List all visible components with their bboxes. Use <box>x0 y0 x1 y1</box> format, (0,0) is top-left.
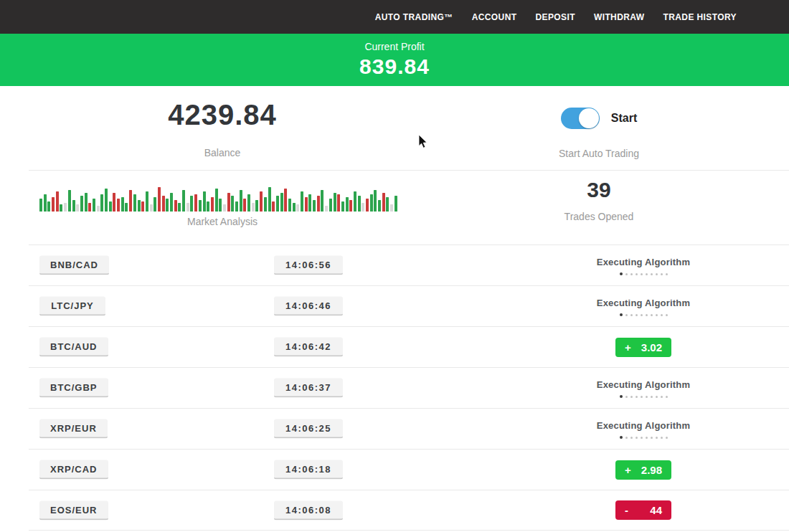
result-badge: + 2.98 <box>615 460 671 480</box>
market-bar <box>203 191 206 212</box>
progress-dot <box>651 396 653 398</box>
executing-label: Executing Algorithm <box>597 379 690 390</box>
progress-dot <box>646 314 648 316</box>
market-bar <box>293 203 296 212</box>
market-bar <box>138 200 141 212</box>
progress-dot <box>630 314 633 316</box>
progress-dot <box>641 273 643 275</box>
progress-dot <box>620 395 623 398</box>
progress-dot <box>666 437 668 439</box>
progress-dot <box>641 396 643 398</box>
market-bar <box>231 196 234 212</box>
pair-badge: BTC/AUD <box>39 338 108 357</box>
market-bar <box>146 191 148 212</box>
trade-status-cell: - 44 <box>561 490 726 530</box>
market-bar <box>243 199 246 212</box>
market-bar <box>346 197 349 212</box>
market-bar <box>129 190 132 212</box>
market-analysis-label: Market Analysis <box>39 216 405 227</box>
nav-item-deposit[interactable]: DEPOSIT <box>535 12 575 22</box>
progress-dot <box>636 437 638 439</box>
time-badge: 14:06:37 <box>274 379 343 398</box>
market-bar <box>223 204 226 212</box>
balance-block: 4239.84 Balance <box>79 99 366 158</box>
market-bar <box>308 194 311 212</box>
result-sign: + <box>625 464 631 476</box>
market-bar <box>121 197 124 212</box>
market-bar <box>80 196 83 212</box>
market-bar <box>113 193 115 212</box>
start-auto-trading-label: Start Auto Trading <box>502 148 696 159</box>
current-profit-value: 839.84 <box>0 54 789 79</box>
progress-dot <box>646 437 648 439</box>
market-bar <box>240 190 242 212</box>
progress-dot <box>625 396 628 398</box>
pair-badge: EOS/EUR <box>39 500 108 520</box>
nav-item-auto-trading[interactable]: AUTO TRADING™ <box>375 12 453 22</box>
market-bar <box>68 190 71 212</box>
market-bar <box>125 203 128 212</box>
market-bar <box>178 203 181 212</box>
trades-opened-label: Trades Opened <box>502 211 696 222</box>
market-bar <box>362 203 364 212</box>
market-bar <box>390 204 393 212</box>
trade-row: XRP/CAD 14:06:18 + 2.98 <box>29 449 789 490</box>
progress-dot <box>630 396 633 398</box>
pair-badge: XRP/EUR <box>39 419 108 439</box>
market-bar <box>182 190 185 212</box>
nav-item-trade-history[interactable]: TRADE HISTORY <box>663 12 737 22</box>
market-bar <box>219 199 222 212</box>
toggle-knob <box>579 108 599 128</box>
market-bar <box>141 201 144 212</box>
trade-row: BNB/CAD 14:06:56 Executing Algorithm <box>29 244 789 285</box>
progress-dot <box>630 273 633 275</box>
progress-dot <box>651 314 653 316</box>
market-bar <box>76 204 79 212</box>
nav-item-withdraw[interactable]: WITHDRAW <box>594 12 645 22</box>
pair-badge: LTC/JPY <box>39 297 105 316</box>
executing-label: Executing Algorithm <box>597 298 690 308</box>
time-badge: 14:06:56 <box>274 256 343 275</box>
result-amount: 2.98 <box>641 464 662 476</box>
progress-dot <box>625 437 628 439</box>
divider <box>29 170 789 171</box>
market-bar <box>280 193 283 212</box>
progress-dot <box>661 396 663 398</box>
auto-trading-toggle[interactable] <box>561 108 600 129</box>
market-bar <box>378 200 381 212</box>
progress-dot <box>625 273 628 275</box>
market-bar <box>194 194 197 212</box>
progress-dot <box>641 437 643 439</box>
progress-dot <box>651 437 653 439</box>
toggle-start-label: Start <box>611 112 637 125</box>
trade-status-cell: + 2.98 <box>561 450 726 490</box>
market-bar <box>44 194 47 212</box>
market-bar <box>227 193 230 212</box>
market-bar <box>374 190 377 212</box>
executing-label: Executing Algorithm <box>597 420 690 431</box>
market-bar <box>354 191 356 212</box>
market-bar <box>190 196 193 212</box>
market-bar <box>260 191 263 212</box>
market-bar <box>329 199 332 212</box>
market-bar <box>272 201 275 212</box>
market-bar <box>317 196 320 212</box>
progress-dot <box>661 314 663 316</box>
market-bar <box>56 191 59 212</box>
market-bar <box>199 200 202 212</box>
nav-item-account[interactable]: ACCOUNT <box>472 12 517 22</box>
market-bar <box>100 194 103 212</box>
progress-dot <box>620 272 623 275</box>
progress-dot <box>636 396 638 398</box>
market-bar <box>211 197 214 212</box>
progress-dot <box>646 273 648 275</box>
pair-badge: BNB/CAD <box>39 256 109 275</box>
progress-dots <box>597 394 690 398</box>
market-bar <box>386 197 389 212</box>
result-sign: + <box>625 341 631 353</box>
progress-dot <box>661 437 663 439</box>
progress-dot <box>625 314 628 316</box>
progress-dot <box>620 313 623 316</box>
mouse-cursor <box>418 135 428 149</box>
trade-status-cell: Executing Algorithm <box>561 409 726 449</box>
